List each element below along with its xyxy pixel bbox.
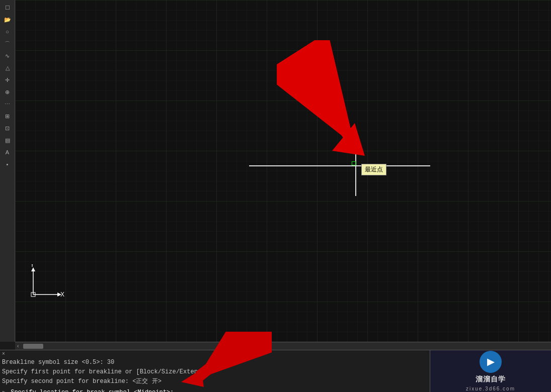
wave-icon[interactable]: ∿: [2, 50, 13, 61]
command-output: Breakline symbol size <0.5>: 30 Specify …: [0, 357, 430, 388]
snap-crosshair: [352, 161, 356, 165]
brand-play-icon: ▶: [487, 356, 494, 367]
snap-icon[interactable]: ⊕: [2, 86, 13, 97]
command-close-button[interactable]: ×: [2, 351, 5, 356]
command-area: × Breakline symbol size <0.5>: 30 Specif…: [0, 350, 430, 392]
text-icon[interactable]: A: [2, 147, 13, 158]
prompt-icon: ⊳: [2, 389, 6, 392]
move-icon[interactable]: ✛: [2, 74, 13, 85]
command-line-2: Specify first point for breakline or [Bl…: [2, 367, 428, 377]
scroll-left-arrow[interactable]: ‹: [15, 343, 21, 349]
svg-text:Y: Y: [30, 264, 34, 268]
polygon-icon[interactable]: △: [2, 62, 13, 73]
command-line-1: Breakline symbol size <0.5>: 30: [2, 358, 428, 367]
scrollbar-thumb[interactable]: [23, 344, 43, 349]
grid-overlay: [15, 0, 551, 342]
breakline-horizontal: [249, 165, 430, 166]
snap-tooltip: 最近点: [361, 164, 386, 175]
command-input-field[interactable]: [7, 389, 428, 392]
arc-icon[interactable]: ⌒: [2, 38, 13, 49]
horizontal-scrollbar[interactable]: ‹: [15, 342, 551, 350]
command-input-line[interactable]: ⊳: [0, 388, 430, 392]
svg-text:X: X: [60, 291, 64, 298]
command-header: ×: [0, 350, 430, 357]
dot-icon[interactable]: •: [2, 159, 13, 170]
left-toolbar: ☐ 📂 ○ ⌒ ∿ △ ✛ ⊕ ⋯ ⊞ ⊡ ▤ A •: [0, 0, 15, 342]
crosshair-vertical: [355, 136, 356, 196]
new-icon[interactable]: ☐: [2, 2, 13, 13]
brand-url: zixue.3d66.com: [466, 386, 515, 391]
stamp-icon[interactable]: ⊡: [2, 123, 13, 134]
ucs-icon: Y X: [24, 264, 64, 304]
cad-canvas[interactable]: 最近点 Y X: [15, 0, 551, 342]
svg-rect-1: [15, 0, 551, 342]
circle-icon[interactable]: ○: [2, 26, 13, 37]
dotted-icon[interactable]: ⋯: [2, 99, 13, 110]
snap-tooltip-text: 最近点: [365, 166, 383, 173]
brand-logo: ▶ 溜溜自学 zixue.3d66.com: [430, 350, 551, 392]
command-line-3: Specify second point for breakline: <正交 …: [2, 377, 428, 386]
table-icon[interactable]: ▤: [2, 135, 13, 146]
grid-icon[interactable]: ⊞: [2, 111, 13, 122]
brand-name: 溜溜自学: [476, 375, 506, 384]
brand-icon: ▶: [480, 351, 502, 373]
open-icon[interactable]: 📂: [2, 14, 13, 25]
